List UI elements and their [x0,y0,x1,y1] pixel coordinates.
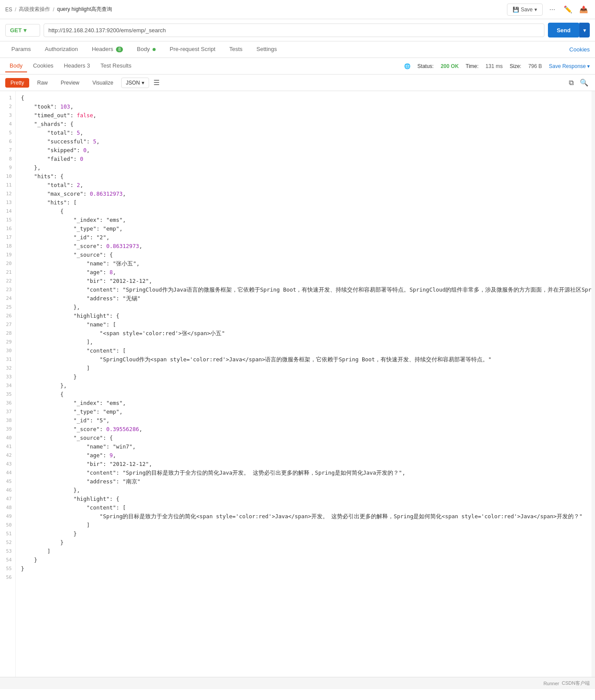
format-select[interactable]: JSON ▾ [121,78,149,88]
edit-icon-button[interactable]: ✏️ [562,3,574,16]
view-pretty-button[interactable]: Pretty [5,78,29,88]
tab-authorization[interactable]: Authorization [39,41,84,58]
csdn-label: CSDN客户端 [562,680,590,686]
breadcrumb: ES / 高级搜索操作 / query highlight高亮查询 [5,6,507,13]
method-select[interactable]: GET ▾ [5,24,40,37]
tab-headers[interactable]: Headers 8 [86,41,129,58]
url-input[interactable] [44,24,544,37]
send-arrow-button[interactable]: ▾ [579,23,590,37]
toolbar-right: ⧉ 🔍 [568,77,590,88]
tab-body[interactable]: Body [131,41,162,58]
save-button[interactable]: 💾 Save ▾ [507,3,543,16]
search-button[interactable]: 🔍 [578,77,590,88]
sort-icon[interactable]: ☰ [153,78,160,87]
status-label: Status: [418,63,434,69]
tab-params[interactable]: Params [5,41,37,58]
size-value: 796 B [528,63,542,69]
runner-label: Runner [544,681,559,686]
send-wrapper: Send ▾ [548,23,590,37]
tab-pre-request[interactable]: Pre-request Script [163,41,221,58]
cookies-link[interactable]: Cookies [569,46,590,53]
bottom-bar: Runner CSDN客户端 [0,677,595,689]
breadcrumb-advanced: 高级搜索操作 [19,6,50,13]
code-content: { "took": 103, "timed_out": false, "_sha… [16,91,592,677]
save-response-chevron-icon: ▾ [587,63,590,69]
response-status: 🌐 Status: 200 OK Time: 131 ms Size: 796 … [404,63,590,69]
url-bar: GET ▾ Send ▾ [0,19,595,41]
size-label: Size: [510,63,521,69]
resp-headers-badge: 3 [87,62,90,69]
format-chevron-icon: ▾ [142,80,144,86]
view-toolbar: Pretty Raw Preview Visualize JSON ▾ ☰ ⧉ … [0,75,595,91]
response-tabs-row: Body Cookies Headers 3 Test Results 🌐 St… [0,58,595,75]
status-value: 200 OK [441,63,459,69]
view-raw-button[interactable]: Raw [32,78,53,88]
breadcrumb-sep1: / [15,7,16,13]
scrollbar[interactable] [592,91,595,677]
method-chevron-icon: ▾ [24,27,27,34]
code-area: 1234567891011121314151617181920212223242… [0,91,595,677]
more-button[interactable]: ··· [546,3,558,16]
request-tabs-row: Params Authorization Headers 8 Body Pre-… [0,41,595,58]
headers-badge: 8 [116,47,123,52]
time-label: Time: [466,63,479,69]
globe-icon: 🌐 [404,63,411,69]
breadcrumb-sep2: / [53,7,54,13]
breadcrumb-current: query highlight高亮查询 [57,6,112,13]
method-value: GET [10,27,22,34]
save-chevron-icon: ▾ [534,7,537,13]
breadcrumb-es: ES [5,7,12,13]
save-response-button[interactable]: Save Response ▾ [549,63,590,69]
share-icon-button[interactable]: 📤 [578,3,590,16]
copy-button[interactable]: ⧉ [568,78,575,88]
save-response-label: Save Response [549,63,586,69]
resp-tab-cookies[interactable]: Cookies [29,60,58,72]
time-value: 131 ms [486,63,503,69]
save-label: Save [521,7,533,13]
tab-settings[interactable]: Settings [250,41,283,58]
view-visualize-button[interactable]: Visualize [87,78,119,88]
view-preview-button[interactable]: Preview [55,78,85,88]
send-button[interactable]: Send [548,23,579,37]
format-value: JSON [126,80,140,86]
top-bar-actions: 💾 Save ▾ ··· ✏️ 📤 [507,3,590,16]
resp-tab-headers[interactable]: Headers 3 [60,60,95,72]
resp-tab-test-results[interactable]: Test Results [96,60,136,72]
tab-tests[interactable]: Tests [223,41,248,58]
top-bar: ES / 高级搜索操作 / query highlight高亮查询 💾 Save… [0,0,595,19]
save-icon: 💾 [513,7,519,13]
body-dot [153,48,156,51]
resp-tab-body[interactable]: Body [5,60,27,72]
line-numbers: 1234567891011121314151617181920212223242… [0,91,16,677]
